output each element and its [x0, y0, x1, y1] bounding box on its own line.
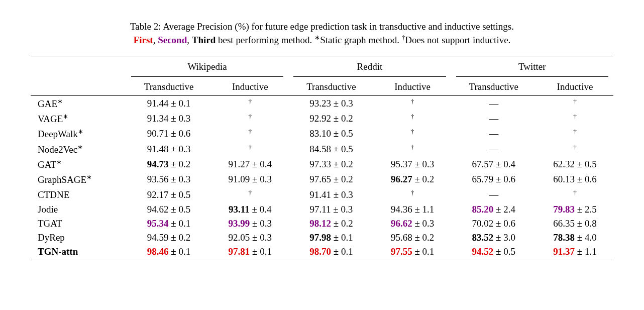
value-cell: 95.68 ± 0.2 — [374, 231, 451, 245]
value-cell: † — [211, 111, 288, 126]
table-row: TGN-attn98.46 ± 0.197.81 ± 0.198.70 ± 0.… — [31, 245, 613, 259]
value-cell: 98.70 ± 0.1 — [288, 245, 374, 259]
value-cell: 70.02 ± 0.6 — [451, 217, 536, 231]
value-cell: 94.36 ± 1.1 — [374, 202, 451, 217]
header-setting: Transductive — [451, 78, 536, 96]
value-cell: † — [374, 95, 451, 111]
method-cell: Node2Vec∗ — [31, 142, 126, 157]
method-cell: GraphSAGE∗ — [31, 172, 126, 187]
value-cell: 94.62 ± 0.5 — [126, 202, 211, 217]
value-cell: † — [536, 142, 613, 157]
asterisk-icon: ∗ — [86, 173, 92, 181]
dagger-icon: † — [573, 113, 577, 120]
method-cell: DyRep — [31, 231, 126, 245]
dagger-icon: † — [248, 143, 252, 151]
value-cell: 97.98 ± 0.1 — [288, 231, 374, 245]
dagger-icon: † — [411, 143, 414, 151]
header-setting: Transductive — [288, 78, 374, 96]
value-cell: † — [211, 95, 288, 111]
value-cell: — — [451, 187, 536, 202]
value-cell: 83.10 ± 0.5 — [288, 126, 374, 141]
caption-rest: best performing method. — [218, 35, 312, 45]
value-cell: 96.27 ± 0.2 — [374, 172, 451, 187]
value-cell: 97.33 ± 0.2 — [288, 157, 374, 172]
value-cell: 91.09 ± 0.3 — [211, 172, 288, 187]
value-cell: 65.79 ± 0.6 — [451, 172, 536, 187]
value-cell: † — [536, 111, 613, 126]
results-table: WikipediaRedditTwitterTransductiveInduct… — [31, 56, 613, 259]
dagger-icon: † — [411, 128, 414, 135]
value-cell: 94.59 ± 0.2 — [126, 231, 211, 245]
value-cell: 97.65 ± 0.2 — [288, 172, 374, 187]
value-cell: † — [374, 187, 451, 202]
value-cell: 84.58 ± 0.5 — [288, 142, 374, 157]
method-cell: VAGE∗ — [31, 111, 126, 126]
dagger-icon: † — [411, 189, 414, 196]
asterisk-icon: ∗ — [314, 34, 320, 41]
table-caption: Table 2: Average Precision (%) for futur… — [30, 20, 614, 47]
caption-first-label: First — [134, 35, 153, 45]
header-setting: Inductive — [374, 78, 451, 96]
dagger-icon: † — [248, 128, 252, 135]
value-cell: † — [536, 95, 613, 111]
value-cell: † — [374, 111, 451, 126]
value-cell: 91.48 ± 0.3 — [126, 142, 211, 157]
value-cell: — — [451, 126, 536, 141]
asterisk-icon: ∗ — [56, 158, 62, 166]
value-cell: — — [451, 142, 536, 157]
method-cell: TGAT — [31, 217, 126, 231]
caption-title: Average Precision (%) for future edge pr… — [163, 21, 514, 32]
caption-third-label: Third — [192, 35, 216, 45]
caption-note2: Does not support inductive. — [405, 35, 510, 45]
value-cell: 91.44 ± 0.1 — [126, 95, 211, 111]
table-row: Jodie94.62 ± 0.593.11 ± 0.497.11 ± 0.394… — [31, 202, 613, 217]
value-cell: — — [451, 111, 536, 126]
caption-second-label: Second — [158, 35, 187, 45]
value-cell: 95.34 ± 0.1 — [126, 217, 211, 231]
asterisk-icon: ∗ — [57, 97, 63, 105]
value-cell: † — [211, 126, 288, 141]
value-cell: 98.12 ± 0.2 — [288, 217, 374, 231]
value-cell: 97.55 ± 0.1 — [374, 245, 451, 259]
value-cell: 93.56 ± 0.3 — [126, 172, 211, 187]
dagger-icon: † — [411, 97, 414, 105]
value-cell: 91.27 ± 0.4 — [211, 157, 288, 172]
dagger-icon: † — [573, 189, 577, 196]
method-cell: GAE∗ — [31, 95, 126, 111]
value-cell: 97.81 ± 0.1 — [211, 245, 288, 259]
asterisk-icon: ∗ — [63, 113, 68, 120]
value-cell: † — [374, 126, 451, 141]
table-row: GAE∗91.44 ± 0.1†93.23 ± 0.3†—† — [31, 95, 613, 111]
value-cell: 62.32 ± 0.5 — [536, 157, 613, 172]
value-cell: 60.13 ± 0.6 — [536, 172, 613, 187]
dagger-icon: † — [573, 128, 577, 135]
value-cell: 83.52 ± 3.0 — [451, 231, 536, 245]
header-setting: Transductive — [126, 78, 211, 96]
value-cell: 67.57 ± 0.4 — [451, 157, 536, 172]
value-cell: † — [536, 126, 613, 141]
method-cell: TGN-attn — [31, 245, 126, 259]
header-dataset: Wikipedia — [126, 56, 288, 75]
table-row: GAT∗94.73 ± 0.291.27 ± 0.497.33 ± 0.295.… — [31, 157, 613, 172]
value-cell: 78.38 ± 4.0 — [536, 231, 613, 245]
value-cell: 91.37 ± 1.1 — [536, 245, 613, 259]
value-cell: 93.23 ± 0.3 — [288, 95, 374, 111]
method-cell: DeepWalk∗ — [31, 126, 126, 141]
header-setting: Inductive — [211, 78, 288, 96]
header-dataset: Reddit — [288, 56, 451, 75]
value-cell: 93.99 ± 0.3 — [211, 217, 288, 231]
method-cell: Jodie — [31, 202, 126, 217]
dagger-icon: † — [573, 143, 577, 151]
value-cell: 92.05 ± 0.3 — [211, 231, 288, 245]
caption-label: Table 2: — [130, 21, 161, 32]
dagger-icon: † — [573, 97, 577, 105]
table-row: GraphSAGE∗93.56 ± 0.391.09 ± 0.397.65 ± … — [31, 172, 613, 187]
header-empty — [31, 56, 126, 75]
header-empty — [31, 78, 126, 96]
value-cell: 94.73 ± 0.2 — [126, 157, 211, 172]
dagger-icon: † — [248, 97, 252, 105]
value-cell: 85.20 ± 2.4 — [451, 202, 536, 217]
table-row: TGAT95.34 ± 0.193.99 ± 0.398.12 ± 0.296.… — [31, 217, 613, 231]
value-cell: † — [536, 187, 613, 202]
value-cell: 96.62 ± 0.3 — [374, 217, 451, 231]
